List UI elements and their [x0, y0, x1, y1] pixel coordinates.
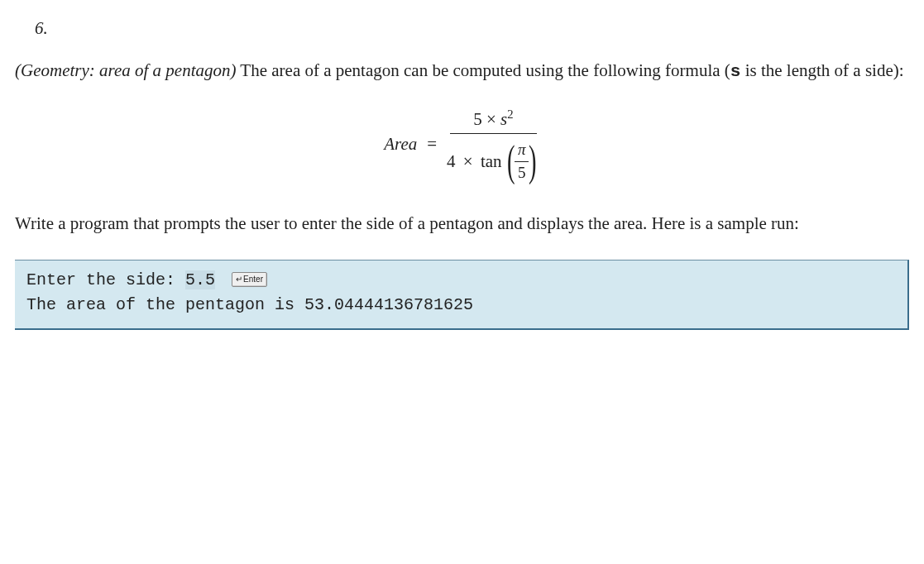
formula-fraction: 5 × s2 4 × tan ( π 5 )	[447, 106, 540, 184]
intro-variable-s: s	[730, 62, 741, 81]
inner-pi: π	[515, 139, 529, 162]
sample-input-line: Enter the side: 5.5 ↵Enter	[26, 269, 896, 292]
formula-row: Area = 5 × s2 4 × tan ( π 5 )	[384, 106, 540, 184]
right-paren: )	[529, 140, 537, 183]
formula-lhs: Area	[384, 132, 417, 156]
denom-tan: tan	[481, 150, 502, 174]
sample-output-line: The area of the pentagon is 53.044441367…	[26, 294, 896, 317]
inner-five: 5	[515, 162, 529, 184]
numerator-times: ×	[486, 109, 496, 129]
enter-key-icon: ↵Enter	[232, 272, 267, 287]
denom-times: ×	[463, 150, 473, 174]
problem-instruction: Write a program that prompts the user to…	[15, 212, 909, 236]
sample-input-value: 5.5	[185, 270, 215, 289]
intro-text-1: The area of a pentagon can be computed u…	[236, 60, 730, 80]
problem-intro: (Geometry: area of a pentagon) The area …	[15, 59, 909, 84]
sample-prompt: Enter the side:	[26, 270, 185, 289]
sample-run-box: Enter the side: 5.5 ↵Enter The area of t…	[15, 260, 909, 330]
formula-denominator: 4 × tan ( π 5 )	[447, 134, 540, 184]
formula-block: Area = 5 × s2 4 × tan ( π 5 )	[15, 106, 909, 184]
paren-group: ( π 5 )	[504, 139, 540, 184]
formula-numerator: 5 × s2	[450, 106, 536, 134]
problem-number: 6.	[35, 17, 909, 41]
denom-four: 4	[447, 150, 456, 174]
numerator-five: 5	[473, 109, 482, 129]
numerator-exponent: 2	[507, 108, 513, 121]
inner-fraction: π 5	[515, 139, 529, 184]
problem-title: (Geometry: area of a pentagon)	[15, 60, 236, 80]
intro-text-2: is the length of a side):	[740, 60, 903, 80]
enter-arrow-icon: ↵	[236, 275, 242, 284]
formula-equals: =	[427, 132, 437, 156]
enter-key-label: Enter	[243, 275, 263, 284]
left-paren: (	[506, 140, 515, 183]
